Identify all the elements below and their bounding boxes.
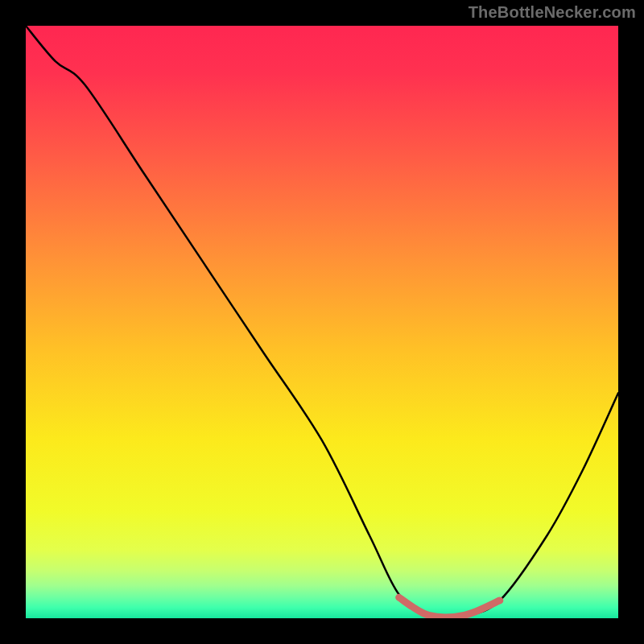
- attribution-label: TheBottleNecker.com: [469, 3, 636, 22]
- plot-area: [26, 26, 618, 618]
- bottleneck-curve: [26, 26, 618, 617]
- chart-frame: TheBottleNecker.com: [0, 0, 644, 644]
- curve-layer: [26, 26, 618, 618]
- sweet-spot-band: [399, 597, 500, 617]
